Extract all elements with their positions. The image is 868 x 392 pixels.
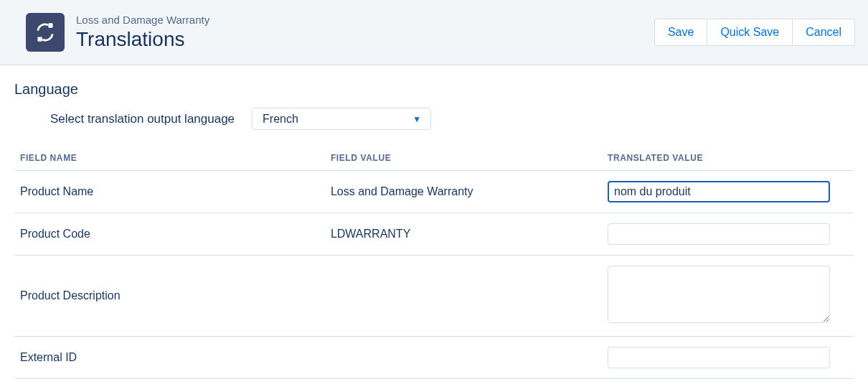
breadcrumb: Loss and Damage Warranty [76,13,209,27]
col-header-translated-value: TRANSLATED VALUE [602,146,854,171]
cell-field-name: Product Name [14,171,325,213]
table-row: Product CodeLDWARRANTY [14,213,854,256]
language-select[interactable]: French [252,108,431,130]
col-header-field-value: FIELD VALUE [325,146,602,171]
header-actions: Save Quick Save Cancel [654,19,855,47]
cell-translated-value [602,256,854,337]
table-row: External ID [14,337,854,379]
sync-icon [33,20,57,45]
title-block: Loss and Damage Warranty Translations [76,13,209,51]
language-select-label: Select translation output language [50,112,235,126]
translations-table-body: Product NameLoss and Damage WarrantyProd… [14,171,854,379]
cell-field-name: External ID [14,337,325,379]
cell-translated-value [602,171,854,213]
section-heading-language: Language [14,81,854,98]
page-title: Translations [76,27,209,52]
cell-field-name: Product Code [14,213,325,256]
page-header: Loss and Damage Warranty Translations Sa… [0,0,868,65]
cell-field-value: LDWARRANTY [325,213,602,256]
page-body: Language Select translation output langu… [0,65,868,379]
translations-table: FIELD NAME FIELD VALUE TRANSLATED VALUE … [14,146,854,379]
cell-field-value [325,337,602,379]
quick-save-button[interactable]: Quick Save [707,19,793,47]
cell-translated-value [602,213,854,256]
svg-rect-1 [37,37,42,41]
table-row: Product Description [14,256,854,337]
col-header-field-name: FIELD NAME [14,146,325,171]
translated-value-input[interactable] [608,347,830,368]
table-row: Product NameLoss and Damage Warranty [14,171,854,213]
translated-value-input[interactable] [608,223,830,245]
cell-field-value: Loss and Damage Warranty [325,171,602,213]
cell-field-name: Product Description [14,256,325,337]
cancel-button[interactable]: Cancel [793,19,855,47]
translated-value-input[interactable] [608,181,830,202]
language-selector-row: Select translation output language Frenc… [14,108,854,130]
translations-icon [26,13,65,52]
save-button[interactable]: Save [654,19,707,47]
language-select-wrap: French ▼ [252,108,431,130]
cell-field-value [325,256,602,337]
header-left: Loss and Damage Warranty Translations [26,13,209,52]
svg-rect-0 [48,23,52,27]
translated-value-input[interactable] [608,266,830,323]
cell-translated-value [602,337,854,379]
